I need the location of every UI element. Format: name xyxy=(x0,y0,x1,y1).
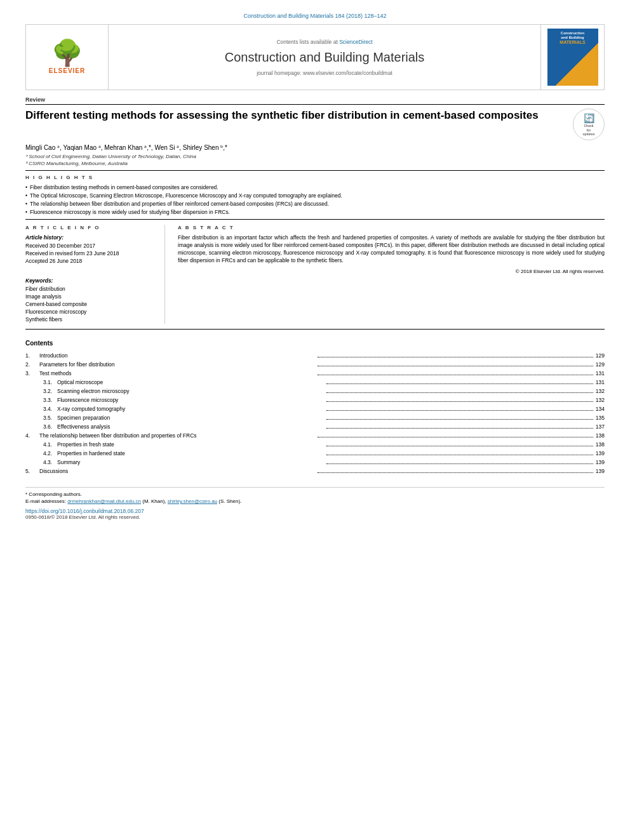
elsevier-wordmark: ELSEVIER xyxy=(49,67,85,74)
toc-page-41: 138 xyxy=(596,441,605,448)
toc-dots-35 xyxy=(326,414,593,420)
highlight-item-3: • The relationship between fiber distrib… xyxy=(25,201,605,207)
toc-item-3: 3. Test methods 131 xyxy=(25,370,605,377)
footnote-corresponding: * Corresponding authors. xyxy=(25,491,605,497)
toc-page-5: 139 xyxy=(596,468,605,474)
toc-text-2: Parameters for fiber distribution xyxy=(39,361,315,368)
toc-item-2: 2. Parameters for fiber distribution 129 xyxy=(25,361,605,368)
toc-num-2: 2. xyxy=(25,361,39,368)
divider-after-highlights xyxy=(25,219,605,220)
toc-page-35: 135 xyxy=(596,415,605,421)
highlights-title: H I G H L I G H T S xyxy=(25,175,605,180)
toc-num-4: 4. xyxy=(25,432,39,439)
toc-text-43: Summary xyxy=(57,459,324,465)
section-type-label: Review xyxy=(25,97,605,105)
toc-text-5: Discussions xyxy=(39,468,315,474)
toc-dots-43 xyxy=(326,458,593,464)
abstract-text: Fiber distribution is an important facto… xyxy=(178,234,605,265)
sciencedirect-anchor[interactable]: ScienceDirect xyxy=(339,39,372,45)
journal-center-header: Contents lists available at ScienceDirec… xyxy=(109,25,540,90)
received-date: Received 30 December 2017 xyxy=(25,243,155,249)
elsevier-tree-icon: 🌳 xyxy=(51,41,83,66)
check-updates-label: Checkforupdates xyxy=(582,124,594,137)
contents-title: Contents xyxy=(25,340,605,347)
toc-num-5: 5. xyxy=(25,468,39,474)
toc-text-35: Specimen preparation xyxy=(57,415,324,421)
toc-text-1: Introduction xyxy=(39,352,315,359)
toc-num-35: 3.5. xyxy=(43,415,57,421)
toc-text-32: Scanning electron microscopy xyxy=(57,388,324,394)
paper-title-area: Different testing methods for assessing … xyxy=(25,109,605,140)
cover-title-text: Constructionand Building xyxy=(561,31,584,40)
article-history-title: Article history: xyxy=(25,234,155,241)
toc-item-1: 1. Introduction 129 xyxy=(25,352,605,359)
article-info-column: A R T I C L E I N F O Article history: R… xyxy=(25,225,165,324)
cover-materials-text: MATERIALS xyxy=(560,40,585,44)
toc-item-31: 3.1. Optical microscope 131 xyxy=(25,378,605,385)
keyword-1: Fiber distribution xyxy=(25,286,155,292)
toc-item-34: 3.4. X-ray computed tomography 134 xyxy=(25,405,605,412)
highlights-list: • Fiber distribution testing methods in … xyxy=(25,184,605,215)
keyword-4: Fluorescence microscopy xyxy=(25,309,155,315)
keyword-3: Cement-based composite xyxy=(25,301,155,307)
toc-text-3: Test methods xyxy=(39,370,315,377)
divider-after-affiliations xyxy=(25,170,605,171)
journal-homepage: journal homepage: www.elsevier.com/locat… xyxy=(257,70,392,76)
journal-cover-area: Constructionand Building MATERIALS xyxy=(540,25,604,90)
toc-item-42: 4.2. Properties in hardened state 139 xyxy=(25,450,605,457)
toc-text-41: Properties in fresh state xyxy=(57,441,324,448)
toc-text-4: The relationship between fiber distribut… xyxy=(39,432,315,439)
toc-page-33: 132 xyxy=(596,397,605,403)
doi-link[interactable]: https://doi.org/10.1016/j.conbuildmat.20… xyxy=(25,508,605,514)
toc-text-33: Fluorescence microscopy xyxy=(57,397,324,403)
divider-after-abstract xyxy=(25,329,605,330)
email-shen-link[interactable]: shirley.shen@csiro.au xyxy=(168,498,217,504)
toc-text-31: Optical microscope xyxy=(57,379,324,385)
toc-num-42: 4.2. xyxy=(43,450,57,457)
toc-dots-2 xyxy=(318,361,593,366)
toc-item-32: 3.2. Scanning electron microscopy 132 xyxy=(25,387,605,394)
article-info-title: A R T I C L E I N F O xyxy=(25,225,155,230)
toc-item-4: 4. The relationship between fiber distri… xyxy=(25,432,605,439)
paper-title-text: Different testing methods for assessing … xyxy=(25,109,566,123)
elsevier-logo-area: 🌳 ELSEVIER xyxy=(26,25,109,90)
toc-dots-3 xyxy=(318,370,593,375)
toc-item-33: 3.3. Fluorescence microscopy 132 xyxy=(25,396,605,403)
keywords-title: Keywords: xyxy=(25,277,155,284)
bullet-2: • xyxy=(25,192,27,199)
toc-dots-1 xyxy=(318,352,593,357)
toc-dots-36 xyxy=(326,423,593,429)
received-revised-date: Received in revised form 23 June 2018 xyxy=(25,250,155,257)
two-column-section: A R T I C L E I N F O Article history: R… xyxy=(25,225,605,324)
bullet-4: • xyxy=(25,209,27,215)
toc-dots-32 xyxy=(326,387,593,393)
toc-num-3: 3. xyxy=(25,370,39,377)
copyright-text: © 2018 Elsevier Ltd. All rights reserved… xyxy=(178,269,605,274)
email-khan-link[interactable]: drmehrankhan@mail.dlut.edu.cn xyxy=(67,498,141,504)
toc-item-43: 4.3. Summary 139 xyxy=(25,458,605,465)
abstract-column: A B S T R A C T Fiber distribution is an… xyxy=(178,225,605,324)
toc-num-33: 3.3. xyxy=(43,397,57,403)
journal-header: 🌳 ELSEVIER Contents lists available at S… xyxy=(25,24,605,90)
highlights-section: H I G H L I G H T S • Fiber distribution… xyxy=(25,175,605,215)
toc-dots-41 xyxy=(326,441,593,446)
toc-num-34: 3.4. xyxy=(43,406,57,412)
sciencedirect-link[interactable]: Contents lists available at ScienceDirec… xyxy=(276,39,372,45)
highlight-item-2: • The Optical Microscope, Scanning Elect… xyxy=(25,192,605,199)
toc-item-41: 4.1. Properties in fresh state 138 xyxy=(25,441,605,448)
issn-text: 0950-0618/© 2018 Elsevier Ltd. All right… xyxy=(25,514,605,520)
toc-dots-42 xyxy=(326,450,593,455)
check-updates-badge: 🔄 Checkforupdates xyxy=(573,109,605,140)
toc-num-43: 4.3. xyxy=(43,459,57,465)
toc-item-5: 5. Discussions 139 xyxy=(25,467,605,474)
toc-text-36: Effectiveness analysis xyxy=(57,423,324,430)
toc-page-43: 139 xyxy=(596,459,605,465)
affiliations-block: ᵃ School of Civil Engineering, Dalian Un… xyxy=(25,154,605,166)
affiliation-a: ᵃ School of Civil Engineering, Dalian Un… xyxy=(25,154,605,159)
keyword-5: Synthetic fibers xyxy=(25,316,155,323)
toc-dots-34 xyxy=(326,405,593,411)
toc-page-4: 138 xyxy=(596,432,605,439)
toc-text-34: X-ray computed tomography xyxy=(57,406,324,412)
journal-title: Construction and Building Materials xyxy=(225,50,425,65)
contents-section: Contents 1. Introduction 129 2. Paramete… xyxy=(25,340,605,474)
